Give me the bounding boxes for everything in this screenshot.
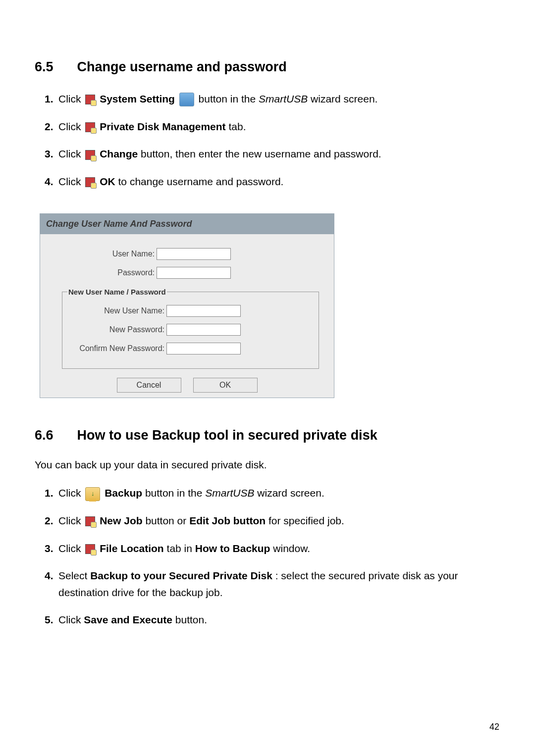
step-bold: System Setting bbox=[100, 93, 175, 104]
confirm-new-password-input[interactable] bbox=[166, 343, 241, 354]
step-item: 5. Click Save and Execute button. bbox=[45, 611, 500, 628]
step-text: Click bbox=[58, 487, 84, 499]
step-bold: How to Backup bbox=[195, 543, 270, 554]
step-text: Click bbox=[58, 176, 84, 187]
password-label: Password: bbox=[50, 268, 157, 277]
form-row: New User Name: bbox=[67, 305, 314, 317]
form-row: User Name: bbox=[50, 248, 324, 260]
cursor-icon bbox=[85, 150, 95, 160]
step-number: 3. bbox=[45, 146, 54, 162]
step-text: Click bbox=[58, 543, 84, 554]
step-text: Click bbox=[58, 93, 84, 104]
step-text: Click bbox=[58, 121, 84, 132]
confirm-new-password-label: Confirm New Password: bbox=[67, 344, 166, 353]
step-number: 2. bbox=[45, 118, 54, 135]
step-italic: SmartUSB bbox=[205, 487, 254, 499]
step-number: 4. bbox=[45, 567, 54, 584]
dialog-body: User Name: Password: New User Name / Pas… bbox=[40, 234, 334, 398]
cursor-icon bbox=[85, 122, 95, 132]
step-text: wizard screen. bbox=[311, 93, 377, 104]
section-heading-65: 6.5 Change username and password bbox=[35, 59, 500, 75]
step-bold: Change bbox=[100, 148, 138, 159]
section-number: 6.5 bbox=[35, 59, 73, 75]
step-item: 3. Click Change button, then enter the n… bbox=[45, 146, 500, 162]
steps-list-66: 1. Click Backup button in the SmartUSB w… bbox=[35, 485, 500, 628]
step-item: 2. Click Private Disk Management tab. bbox=[45, 118, 500, 135]
step-number: 1. bbox=[45, 91, 54, 107]
step-text: Click bbox=[58, 148, 84, 159]
step-text: Select bbox=[58, 570, 90, 581]
step-number: 4. bbox=[45, 173, 54, 190]
ok-button[interactable]: OK bbox=[193, 378, 258, 393]
step-bold: OK bbox=[100, 176, 115, 187]
section-title: Change username and password bbox=[77, 59, 287, 74]
dialog-button-row: Cancel OK bbox=[50, 369, 324, 398]
step-item: 2. Click New Job button or Edit Job butt… bbox=[45, 512, 500, 529]
step-number: 2. bbox=[45, 512, 54, 529]
form-row: Confirm New Password: bbox=[67, 343, 314, 354]
cursor-icon bbox=[85, 95, 95, 104]
step-item: 4. Select Backup to your Secured Private… bbox=[45, 567, 500, 601]
section-heading-66: 6.6 How to use Backup tool in secured pr… bbox=[35, 428, 500, 443]
form-row: Password: bbox=[50, 267, 324, 279]
step-item: 1. Click Backup button in the SmartUSB w… bbox=[45, 485, 500, 502]
step-bold: Backup bbox=[105, 487, 142, 499]
change-password-dialog: Change User Name And Password User Name:… bbox=[40, 213, 334, 398]
user-name-input[interactable] bbox=[157, 248, 231, 260]
step-bold: Edit Job button bbox=[189, 515, 266, 526]
section-title: How to use Backup tool in secured privat… bbox=[77, 428, 377, 443]
steps-list-65: 1. Click System Setting button in the Sm… bbox=[35, 91, 500, 190]
step-text: button. bbox=[175, 614, 207, 625]
step-number: 1. bbox=[45, 485, 54, 502]
step-number: 5. bbox=[45, 611, 54, 628]
step-text: button in the bbox=[199, 93, 259, 104]
step-text: window. bbox=[273, 543, 310, 554]
step-text: tab. bbox=[228, 121, 246, 132]
step-bold: Private Disk Management bbox=[100, 121, 225, 132]
page-number: 42 bbox=[489, 722, 499, 732]
step-item: 4. Click OK to change username and passw… bbox=[45, 173, 500, 190]
step-bold: New Job bbox=[100, 515, 142, 526]
new-user-name-label: New User Name: bbox=[67, 306, 166, 315]
step-text: button, then enter the new username and … bbox=[141, 148, 381, 159]
step-text: button or bbox=[145, 515, 189, 526]
step-number: 3. bbox=[45, 540, 54, 557]
step-bold: Save and Execute bbox=[84, 614, 172, 625]
system-setting-icon bbox=[179, 93, 194, 106]
step-bold: File Location bbox=[100, 543, 164, 554]
new-user-name-input[interactable] bbox=[166, 305, 241, 317]
step-text: wizard screen. bbox=[257, 487, 324, 499]
step-item: 3. Click File Location tab in How to Bac… bbox=[45, 540, 500, 557]
step-text: Click bbox=[58, 515, 84, 526]
new-credentials-fieldset: New User Name / Password New User Name: … bbox=[62, 288, 319, 369]
cursor-icon bbox=[85, 177, 95, 187]
step-text: button in the bbox=[145, 487, 205, 499]
step-text: Click bbox=[58, 614, 84, 625]
step-item: 1. Click System Setting button in the Sm… bbox=[45, 91, 500, 107]
new-password-label: New Password: bbox=[67, 325, 166, 334]
form-row: New Password: bbox=[67, 324, 314, 336]
step-text: tab in bbox=[167, 543, 195, 554]
cursor-icon bbox=[85, 516, 95, 526]
section-intro: You can back up your data in secured pri… bbox=[35, 459, 500, 471]
step-italic: SmartUSB bbox=[259, 93, 308, 104]
new-password-input[interactable] bbox=[166, 324, 241, 336]
step-bold: Backup to your Secured Private Disk bbox=[90, 570, 272, 581]
cursor-icon bbox=[85, 544, 95, 554]
password-input[interactable] bbox=[157, 267, 231, 279]
user-name-label: User Name: bbox=[50, 250, 157, 258]
cancel-button[interactable]: Cancel bbox=[117, 378, 181, 393]
step-text: to change username and password. bbox=[118, 176, 284, 187]
fieldset-legend: New User Name / Password bbox=[67, 288, 167, 296]
dialog-title: Change User Name And Password bbox=[40, 214, 334, 234]
backup-icon bbox=[85, 487, 100, 501]
section-number: 6.6 bbox=[35, 428, 73, 443]
step-text: for specified job. bbox=[268, 515, 344, 526]
